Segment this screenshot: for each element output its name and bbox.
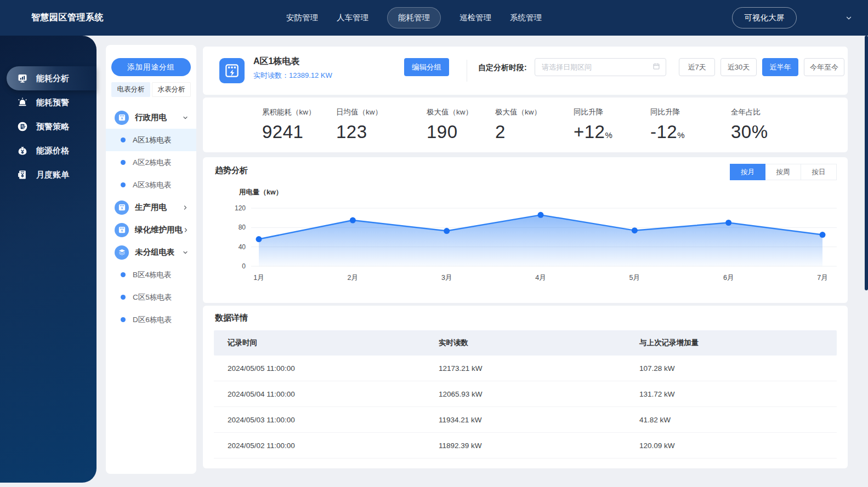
sidebar-item-monthly-bill[interactable]: 月度账单 [0,163,97,187]
add-usage-group-button[interactable]: 添加用途分组 [111,58,191,76]
money-bag-icon [16,145,29,157]
range-7days-button[interactable]: 近7天 [679,58,715,76]
records-table: 记录时间 实时读数 与上次记录增加量 2024/05/05 11:00:00 1… [214,330,837,459]
edit-group-button[interactable]: 编辑分组 [404,58,449,76]
tab-by-day[interactable]: 按日 [801,164,837,180]
group-production-power[interactable]: 生产用电 [106,196,196,219]
bullet-dot-icon [121,137,126,142]
layers-icon [115,245,129,260]
chevron-right-icon [182,204,189,211]
stat-yoy-down: 同比升降 -12% [650,107,685,142]
group-label: 未分组电表 [135,247,182,257]
sidebar-item-energy-analysis[interactable]: 能耗分析 [7,66,97,90]
alarm-siren-icon [16,96,29,108]
main-nav: 安防管理 人车管理 能耗管理 巡检管理 系统管理 [286,0,542,36]
range-ytd-button[interactable]: 今年至今 [804,58,844,76]
chevron-down-icon[interactable] [845,14,853,22]
stat-yoy-up: 同比升降 +12% [574,107,612,142]
tab-by-week[interactable]: 按周 [765,164,801,180]
svg-text:5月: 5月 [629,274,640,282]
svg-text:120: 120 [235,204,246,212]
table-title: 数据详情 [215,313,248,323]
meter-type-tabs: 电表分析 水表分析 [111,82,191,97]
scrollbar-thumb[interactable] [865,36,868,290]
svg-text:3月: 3月 [441,274,452,282]
nav-system[interactable]: 系统管理 [510,13,542,23]
tab-water-analysis[interactable]: 水表分析 [152,82,191,97]
svg-text:用电量（kw）: 用电量（kw） [239,188,282,196]
sidebar-item-energy-price[interactable]: 能源价格 [0,139,97,163]
stat-daily-average: 日均值（kw） 123 [336,107,382,142]
stat-year-share: 全年占比 30% [731,107,768,142]
meter-item-d6[interactable]: D区6栋电表 [106,308,196,331]
table-row[interactable]: 2024/05/04 11:00:00 12065.93 kW 131.72 k… [214,381,837,407]
calendar-icon [653,62,660,72]
data-detail-card: 数据详情 记录时间 实时读数 与上次记录增加量 2024/05/05 11:00… [203,306,848,468]
group-greening-power[interactable]: 绿化维护用电 [106,219,196,241]
trend-card: 趋势分析 按月 按周 按日 用电量（kw）040801201月2月3月4月5月6… [203,157,848,303]
strategy-doc-icon [16,121,29,133]
nav-inspection[interactable]: 巡检管理 [459,13,491,23]
meter-item-a1[interactable]: A区1栋电表 [106,129,196,151]
col-increment: 与上次记录增加量 [626,338,837,348]
meter-header-card: A区1栋电表 实时读数：12389.12 KW 编辑分组 自定分析时段: 请选择… [203,47,848,95]
col-realtime-reading: 实时读数 [425,338,626,348]
visualization-screen-button[interactable]: 可视化大屏 [732,7,797,28]
sidebar-item-label: 预警策略 [36,122,69,132]
tab-by-month[interactable]: 按月 [730,164,765,180]
group-label: 生产用电 [135,202,182,213]
electric-meter-icon [219,58,245,83]
stat-total-energy: 累积能耗（kw） 9241 [262,107,316,142]
svg-text:6月: 6月 [723,274,734,282]
sidebar-item-energy-alert[interactable]: 能耗预警 [0,90,97,114]
meter-item-a3[interactable]: A区3栋电表 [106,174,196,196]
trend-area-chart: 用电量（kw）040801201月2月3月4月5月6月7月 [208,186,842,295]
chevron-right-icon [183,227,189,233]
trend-title: 趋势分析 [215,165,248,176]
svg-text:4月: 4月 [535,274,546,282]
bill-icon [16,169,29,181]
svg-text:40: 40 [239,243,246,251]
bullet-dot-icon [121,317,126,322]
chevron-down-icon [182,114,189,121]
stat-max-value: 极大值（kw） 190 [427,107,473,142]
period-label: 自定分析时段: [478,63,527,73]
svg-text:7月: 7月 [817,274,827,282]
electric-meter-icon [115,111,129,125]
tab-electric-analysis[interactable]: 电表分析 [111,82,150,97]
group-admin-power[interactable]: 行政用电 [106,106,196,129]
table-row[interactable]: 2024/05/02 11:00:00 11892.39 kW 120.09 k… [214,433,837,459]
range-half-year-button[interactable]: 近半年 [762,58,798,76]
range-30days-button[interactable]: 近30天 [721,58,757,76]
table-header-row: 记录时间 实时读数 与上次记录增加量 [214,330,837,356]
nav-security[interactable]: 安防管理 [286,13,318,23]
group-label: 行政用电 [135,112,182,123]
bullet-dot-icon [121,160,126,165]
nav-energy[interactable]: 能耗管理 [387,7,441,28]
app-title: 智慧园区管理系统 [31,0,104,36]
svg-text:80: 80 [239,224,246,231]
sidebar-item-label: 能耗分析 [36,73,69,84]
sidebar-item-alert-strategy[interactable]: 预警策略 [0,114,97,139]
sidebar-item-label: 月度账单 [36,170,69,180]
electric-meter-icon [115,200,129,215]
reading-value: 12389.12 KW [289,71,332,79]
bullet-dot-icon [121,182,126,187]
electric-meter-icon [115,223,129,237]
meter-item-c5[interactable]: C区5栋电表 [106,286,196,308]
svg-text:2月: 2月 [348,274,358,282]
table-row[interactable]: 2024/05/03 11:00:00 11934.21 kW 41.82 kW [214,407,837,433]
reading-label: 实时读数： [253,71,289,79]
stat-min-value: 极大值（kw） 2 [495,107,541,142]
group-ungrouped-meters[interactable]: 未分组电表 [106,241,196,263]
nav-vehicle[interactable]: 人车管理 [337,13,368,23]
bullet-dot-icon [121,295,126,300]
svg-text:0: 0 [242,262,246,270]
date-range-input[interactable]: 请选择日期区间 [535,58,666,76]
realtime-reading: 实时读数：12389.12 KW [253,71,332,81]
svg-text:1月: 1月 [253,274,264,282]
meter-item-b4[interactable]: B区4栋电表 [106,263,196,286]
meter-group-list: 行政用电 A区1栋电表 A区2栋电表 A区3栋电表 生产用电 [106,106,196,331]
meter-item-a2[interactable]: A区2栋电表 [106,151,196,174]
table-row[interactable]: 2024/05/05 11:00:00 12173.21 kW 107.28 k… [214,356,837,381]
